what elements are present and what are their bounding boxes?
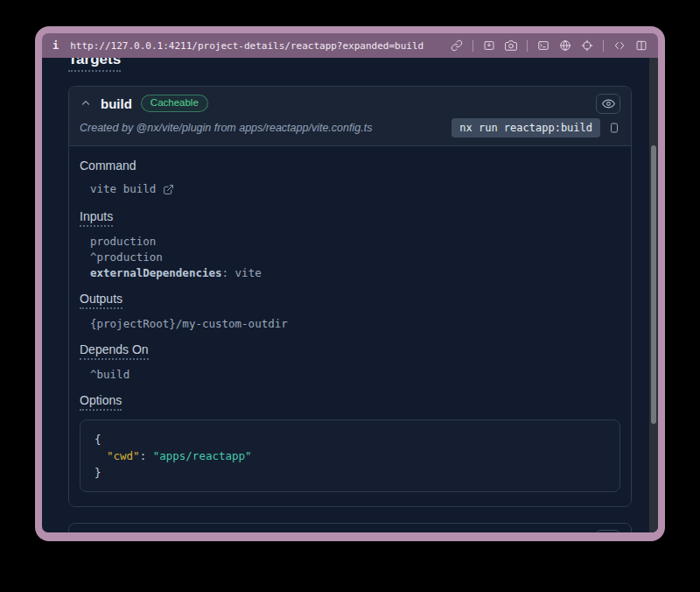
target-card-serve: serve vite serve [68,523,632,532]
outputs-section: Outputs {projectRoot}/my-custom-outdir [80,292,620,332]
globe-icon[interactable] [559,39,571,52]
run-command-chip[interactable]: nx run reactapp:build [452,118,600,137]
terminal-icon[interactable] [537,39,550,52]
command-label: Command [80,159,620,173]
depends-on-section: Depends On ^build [80,342,620,383]
camera-icon[interactable] [505,39,517,52]
crosshair-icon[interactable] [581,39,593,52]
input-item: ^production [80,250,620,265]
address-bar[interactable]: http://127.0.0.1:4211/project-details/re… [70,40,424,52]
options-label: Options [80,393,620,411]
command-value: vite build [90,181,156,197]
output-item: {projectRoot}/my-custom-outdir [80,316,620,332]
created-by-text: Created by @nx/vite/plugin from apps/rea… [80,122,372,134]
inputs-section: Inputs production ^production externalDe… [80,209,620,281]
toolbar-actions [451,39,648,52]
toolbar-divider [603,40,604,52]
page-content: Targets build Cacheable Created by @nx/v… [42,58,658,532]
copy-icon[interactable] [608,121,620,135]
options-code-block: { "cwd": "apps/reactapp" } [80,419,620,492]
cacheable-badge: Cacheable [141,95,208,113]
build-card-body: Command vite build Inputs production ^pr… [69,145,631,506]
input-item: externalDependencies: vite [80,265,620,281]
build-card-header: build Cacheable Created by @nx/vite/plug… [69,87,631,145]
depends-on-item: ^build [80,367,620,383]
browser-toolbar: i http://127.0.0.1:4211/project-details/… [42,33,658,58]
input-item: production [80,234,620,250]
download-icon[interactable] [483,39,495,52]
external-link-icon[interactable] [163,184,174,195]
scroll-area: Targets build Cacheable Created by @nx/v… [42,58,649,532]
target-card-build: build Cacheable Created by @nx/vite/plug… [68,86,632,507]
split-view-icon[interactable] [635,39,648,52]
target-name[interactable]: build [101,96,132,111]
link-icon[interactable] [451,39,463,52]
inputs-label: Inputs [80,209,620,227]
outputs-label: Outputs [80,292,620,309]
options-section: Options { "cwd": "apps/reactapp" } [80,393,620,492]
depends-on-label: Depends On [80,342,620,360]
scrollbar-thumb[interactable] [651,145,656,424]
browser-window: i http://127.0.0.1:4211/project-details/… [35,26,665,541]
toolbar-divider [472,40,473,52]
view-graph-button[interactable] [596,530,620,533]
scrollbar-track[interactable] [649,58,658,532]
options-json-line: "cwd": "apps/reactapp" [94,448,606,464]
code-icon[interactable] [613,39,626,52]
page-title: Targets [68,58,632,72]
toolbar-divider [527,40,528,52]
view-graph-button[interactable] [596,94,620,114]
chevron-up-icon[interactable] [80,97,92,109]
info-icon: i [52,39,59,52]
command-section: Command vite build [80,159,620,199]
